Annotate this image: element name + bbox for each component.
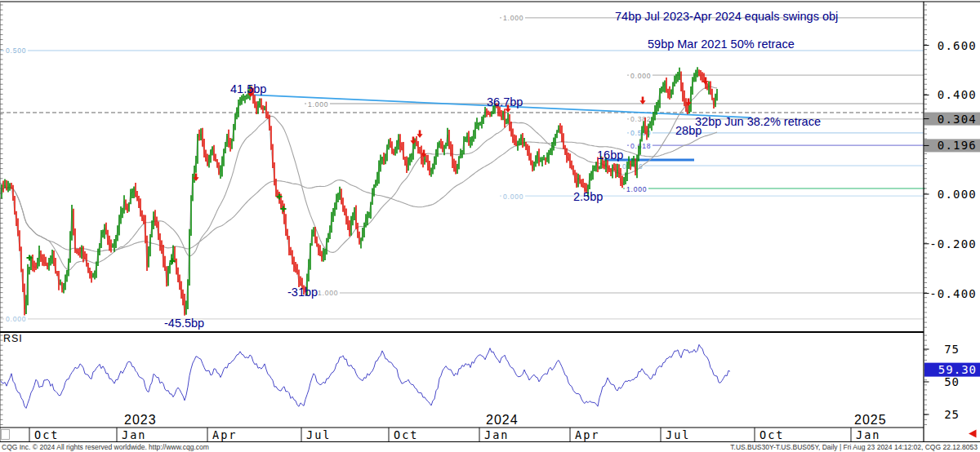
month-label: Jan — [122, 428, 146, 441]
price-annotation: 16bp — [597, 148, 623, 162]
price-tick-label: 0.000 — [938, 188, 977, 201]
price-tick-label: -0.400 — [929, 287, 977, 300]
panel-borders — [0, 2, 980, 442]
corner-widget-box — [2, 430, 10, 440]
scroll-left-arrow-icon — [969, 430, 977, 438]
status-bar-left: CQG Inc. © 2024 All rights reserved worl… — [2, 443, 209, 451]
price-tick-label: 0.196 — [938, 139, 977, 152]
status-bar-right: T.US.BUS30Y-T.US.BUS05Y, Daily | Fri Aug… — [730, 443, 978, 451]
month-label: Oct — [394, 428, 418, 441]
price-annotation: -31bp — [287, 286, 318, 299]
candlestick-series — [0, 67, 717, 316]
fib-level-label: 1.000 — [318, 289, 338, 297]
up-bars — [2, 67, 717, 315]
rsi-tick-label: 25 — [944, 408, 960, 421]
rsi-line — [0, 344, 730, 408]
price-annotation: 28bp — [675, 124, 702, 137]
chart-annotations: 74bp Jul 2023-Apr 2024 equals swings obj… — [164, 10, 838, 330]
month-label: Apr — [212, 428, 237, 441]
price-annotation: 36.7bp — [487, 95, 523, 109]
fib-level-label: 0.382 — [630, 115, 651, 123]
price-annotation: 74bp Jul 2023-Apr 2024 equals swings obj — [615, 10, 838, 23]
chart-canvas[interactable]: 1.0000.5000.0001.0000.3820.5000.6180.786… — [0, 0, 980, 452]
fib-level-label: 1.000 — [308, 100, 328, 109]
price-axis: 0.6000.4000.3040.1960.000-0.200-0.400 — [924, 39, 980, 300]
fib-level-label: 1.000 — [503, 14, 523, 22]
month-label: Jan — [856, 428, 880, 441]
rsi-last-value: 59.30 — [938, 363, 977, 376]
month-label: Jan — [484, 428, 509, 441]
down-bars — [3, 69, 714, 316]
fib-level-label: 0.000 — [503, 193, 523, 201]
price-tick-label: 0.304 — [938, 113, 977, 126]
price-tick-label: 0.400 — [938, 88, 977, 101]
cqg-chart-window: 1.0000.5000.0001.0000.3820.5000.6180.786… — [0, 0, 980, 452]
fib-level-label: 0.000 — [6, 315, 26, 323]
rsi-tick-label: 50 — [944, 375, 960, 388]
year-label: 2025 — [854, 413, 887, 427]
price-annotation: 2.5bp — [573, 190, 603, 203]
sell-arrow-icon — [416, 131, 422, 138]
price-annotation: 41.5bp — [230, 82, 266, 95]
month-label: Oct — [34, 428, 59, 441]
fib-level-label: 0.500 — [6, 47, 26, 55]
month-label: Oct — [760, 428, 784, 441]
fib-level-label: 0.000 — [630, 72, 651, 80]
generated-chart-content: 1.0000.5000.0001.0000.3820.5000.6180.786… — [0, 2, 980, 442]
year-label: 2023 — [124, 413, 157, 427]
price-annotation: 32bp Jun 38.2% retrace — [695, 115, 821, 128]
month-label: Jul — [666, 428, 690, 441]
rsi-panel-title: RSI — [3, 333, 23, 344]
rsi-tick-label: 75 — [944, 343, 960, 356]
year-label: 2024 — [486, 413, 519, 427]
fib-levels: 1.0000.5000.0001.0000.3820.5000.6180.786… — [0, 13, 925, 323]
price-tick-label: 0.600 — [938, 39, 977, 52]
fib-level-label: 1.000 — [626, 185, 647, 193]
price-tick-label: -0.200 — [929, 237, 977, 250]
price-annotation: 59bp Mar 2021 50% retrace — [648, 38, 795, 51]
month-label: Apr — [575, 428, 599, 441]
price-annotation: -45.5bp — [164, 317, 204, 330]
month-label: Jul — [306, 428, 331, 441]
rsi-axis: 75502559.30 — [924, 343, 980, 421]
